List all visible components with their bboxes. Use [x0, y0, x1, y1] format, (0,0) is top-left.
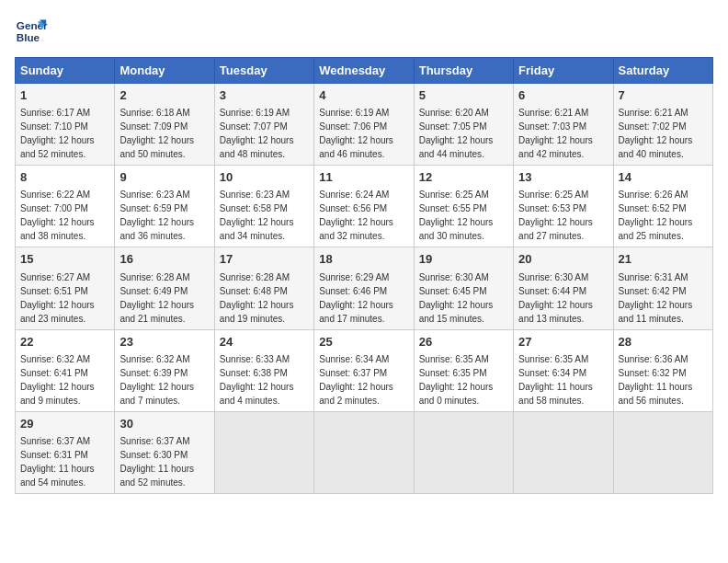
day-number: 12: [419, 169, 508, 186]
day-info: Sunrise: 6:35 AMSunset: 6:34 PMDaylight:…: [518, 354, 593, 406]
svg-text:Blue: Blue: [17, 31, 40, 43]
calendar-cell: 10Sunrise: 6:23 AMSunset: 6:58 PMDayligh…: [214, 166, 313, 247]
calendar-cell: [314, 411, 414, 493]
day-number: 16: [119, 251, 209, 268]
calendar-cell: 12Sunrise: 6:25 AMSunset: 6:55 PMDayligh…: [414, 166, 513, 247]
calendar-cell: 4Sunrise: 6:19 AMSunset: 7:06 PMDaylight…: [314, 84, 414, 166]
calendar-cell: 7Sunrise: 6:21 AMSunset: 7:02 PMDaylight…: [613, 84, 712, 166]
calendar-cell: 8Sunrise: 6:22 AMSunset: 7:00 PMDaylight…: [16, 166, 115, 247]
weekday-header-sunday: Sunday: [16, 58, 115, 84]
day-info: Sunrise: 6:19 AMSunset: 7:07 PMDaylight:…: [220, 108, 294, 159]
day-info: Sunrise: 6:24 AMSunset: 6:56 PMDaylight:…: [319, 190, 393, 241]
calendar-cell: [414, 411, 513, 493]
day-info: Sunrise: 6:23 AMSunset: 6:59 PMDaylight:…: [119, 190, 194, 241]
calendar-cell: [214, 411, 313, 493]
weekday-header-saturday: Saturday: [613, 58, 712, 84]
day-number: 8: [20, 169, 109, 186]
calendar-table: SundayMondayTuesdayWednesdayThursdayFrid…: [15, 57, 713, 494]
day-number: 2: [119, 87, 209, 104]
weekday-header-monday: Monday: [115, 58, 214, 84]
day-info: Sunrise: 6:37 AMSunset: 6:31 PMDaylight:…: [20, 436, 95, 488]
day-number: 15: [20, 251, 109, 268]
day-info: Sunrise: 6:25 AMSunset: 6:53 PMDaylight:…: [518, 190, 593, 241]
calendar-cell: 29Sunrise: 6:37 AMSunset: 6:31 PMDayligh…: [16, 411, 115, 493]
logo: General Blue: [15, 15, 51, 48]
day-info: Sunrise: 6:30 AMSunset: 6:45 PMDaylight:…: [419, 272, 494, 324]
day-info: Sunrise: 6:33 AMSunset: 6:38 PMDaylight:…: [220, 354, 294, 406]
weekday-header-friday: Friday: [514, 58, 613, 84]
calendar-cell: [514, 411, 613, 493]
day-number: 6: [518, 87, 608, 104]
weekday-header-thursday: Thursday: [414, 58, 513, 84]
calendar-cell: 27Sunrise: 6:35 AMSunset: 6:34 PMDayligh…: [514, 329, 613, 411]
day-number: 19: [419, 251, 508, 268]
day-info: Sunrise: 6:37 AMSunset: 6:30 PMDaylight:…: [119, 436, 194, 488]
day-number: 23: [119, 334, 209, 350]
day-number: 5: [419, 87, 508, 104]
calendar-cell: 28Sunrise: 6:36 AMSunset: 6:32 PMDayligh…: [613, 329, 712, 411]
page-header: General Blue: [15, 15, 713, 48]
day-info: Sunrise: 6:34 AMSunset: 6:37 PMDaylight:…: [319, 354, 393, 406]
day-info: Sunrise: 6:19 AMSunset: 7:06 PMDaylight:…: [319, 108, 393, 159]
day-number: 9: [119, 169, 209, 186]
day-number: 29: [20, 416, 109, 432]
day-info: Sunrise: 6:25 AMSunset: 6:55 PMDaylight:…: [419, 190, 494, 241]
day-number: 3: [220, 87, 309, 104]
day-number: 28: [619, 334, 708, 350]
calendar-cell: 21Sunrise: 6:31 AMSunset: 6:42 PMDayligh…: [613, 247, 712, 329]
day-number: 21: [619, 251, 708, 268]
calendar-cell: 23Sunrise: 6:32 AMSunset: 6:39 PMDayligh…: [115, 329, 214, 411]
calendar-cell: 6Sunrise: 6:21 AMSunset: 7:03 PMDaylight…: [514, 84, 613, 166]
day-number: 11: [319, 169, 408, 186]
day-number: 20: [518, 251, 608, 268]
calendar-cell: 18Sunrise: 6:29 AMSunset: 6:46 PMDayligh…: [314, 247, 414, 329]
calendar-cell: 26Sunrise: 6:35 AMSunset: 6:35 PMDayligh…: [414, 329, 513, 411]
calendar-cell: [613, 411, 712, 493]
day-number: 27: [518, 334, 608, 350]
day-info: Sunrise: 6:35 AMSunset: 6:35 PMDaylight:…: [419, 354, 494, 406]
day-info: Sunrise: 6:31 AMSunset: 6:42 PMDaylight:…: [619, 272, 693, 324]
day-info: Sunrise: 6:26 AMSunset: 6:52 PMDaylight:…: [619, 190, 693, 241]
day-number: 10: [220, 169, 309, 186]
day-number: 22: [20, 334, 109, 350]
calendar-cell: 16Sunrise: 6:28 AMSunset: 6:49 PMDayligh…: [115, 247, 214, 329]
day-number: 1: [20, 87, 109, 104]
day-info: Sunrise: 6:28 AMSunset: 6:48 PMDaylight:…: [220, 272, 294, 324]
calendar-cell: 14Sunrise: 6:26 AMSunset: 6:52 PMDayligh…: [613, 166, 712, 247]
calendar-cell: 13Sunrise: 6:25 AMSunset: 6:53 PMDayligh…: [514, 166, 613, 247]
day-info: Sunrise: 6:20 AMSunset: 7:05 PMDaylight:…: [419, 108, 494, 159]
day-number: 18: [319, 251, 408, 268]
day-info: Sunrise: 6:28 AMSunset: 6:49 PMDaylight:…: [119, 272, 194, 324]
calendar-cell: 20Sunrise: 6:30 AMSunset: 6:44 PMDayligh…: [514, 247, 613, 329]
day-number: 24: [220, 334, 309, 350]
day-info: Sunrise: 6:21 AMSunset: 7:02 PMDaylight:…: [619, 108, 693, 159]
day-info: Sunrise: 6:32 AMSunset: 6:41 PMDaylight:…: [20, 354, 95, 406]
day-number: 7: [619, 87, 708, 104]
day-number: 30: [119, 416, 209, 432]
calendar-cell: 15Sunrise: 6:27 AMSunset: 6:51 PMDayligh…: [16, 247, 115, 329]
calendar-cell: 5Sunrise: 6:20 AMSunset: 7:05 PMDaylight…: [414, 84, 513, 166]
day-info: Sunrise: 6:29 AMSunset: 6:46 PMDaylight:…: [319, 272, 393, 324]
calendar-cell: 1Sunrise: 6:17 AMSunset: 7:10 PMDaylight…: [16, 84, 115, 166]
day-info: Sunrise: 6:22 AMSunset: 7:00 PMDaylight:…: [20, 190, 95, 241]
calendar-cell: 24Sunrise: 6:33 AMSunset: 6:38 PMDayligh…: [214, 329, 313, 411]
calendar-cell: 3Sunrise: 6:19 AMSunset: 7:07 PMDaylight…: [214, 84, 313, 166]
day-info: Sunrise: 6:23 AMSunset: 6:58 PMDaylight:…: [220, 190, 294, 241]
day-info: Sunrise: 6:17 AMSunset: 7:10 PMDaylight:…: [20, 108, 95, 159]
calendar-cell: 11Sunrise: 6:24 AMSunset: 6:56 PMDayligh…: [314, 166, 414, 247]
day-number: 25: [319, 334, 408, 350]
day-number: 14: [619, 169, 708, 186]
calendar-cell: 17Sunrise: 6:28 AMSunset: 6:48 PMDayligh…: [214, 247, 313, 329]
day-number: 17: [220, 251, 309, 268]
calendar-cell: 22Sunrise: 6:32 AMSunset: 6:41 PMDayligh…: [16, 329, 115, 411]
day-info: Sunrise: 6:30 AMSunset: 6:44 PMDaylight:…: [518, 272, 593, 324]
calendar-cell: 9Sunrise: 6:23 AMSunset: 6:59 PMDaylight…: [115, 166, 214, 247]
day-number: 13: [518, 169, 608, 186]
day-info: Sunrise: 6:18 AMSunset: 7:09 PMDaylight:…: [119, 108, 194, 159]
day-number: 26: [419, 334, 508, 350]
day-number: 4: [319, 87, 408, 104]
calendar-cell: 2Sunrise: 6:18 AMSunset: 7:09 PMDaylight…: [115, 84, 214, 166]
day-info: Sunrise: 6:36 AMSunset: 6:32 PMDaylight:…: [619, 354, 693, 406]
logo-icon: General Blue: [15, 15, 48, 48]
weekday-header-wednesday: Wednesday: [314, 58, 414, 84]
